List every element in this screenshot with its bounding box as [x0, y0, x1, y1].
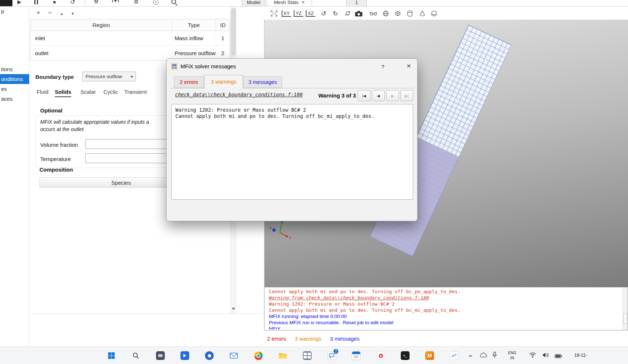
camera-icon[interactable]	[354, 9, 364, 18]
media-app-icon[interactable]	[180, 351, 190, 360]
volume-fraction-label: Volume fraction	[40, 142, 78, 148]
mail-app-icon[interactable]	[229, 351, 239, 360]
dialog-help-button[interactable]: ?	[377, 62, 389, 71]
sidebar-item-surfaces[interactable]: aces	[0, 94, 29, 104]
warning-message-box[interactable]: Warning 1202: Pressure or Mass outflow B…	[171, 104, 413, 200]
pause-icon[interactable]	[31, 0, 41, 7]
solver-messages-dialog: MFiX solver messages ? ✕ 2 errors 3 warn…	[166, 58, 418, 221]
wifi-icon[interactable]	[529, 352, 536, 359]
first-warning-button[interactable]: |◀	[358, 90, 370, 101]
info-icon[interactable]	[151, 0, 160, 7]
console-scrollbar-thumb[interactable]	[624, 314, 627, 324]
triangle-down-icon	[232, 308, 235, 310]
table-row-inlet[interactable]: inlet Mass inflow 1	[31, 31, 230, 46]
x-axis-label: x	[289, 235, 292, 240]
people-app-icon[interactable]	[205, 351, 214, 360]
stop-icon[interactable]: ■	[50, 0, 59, 7]
console-scrollbar-track[interactable]	[623, 287, 628, 330]
solver-console[interactable]: Cannot apply both mi and po to des. Turn…	[264, 287, 628, 330]
tab-solids[interactable]: Solids	[55, 89, 71, 97]
sidebar-item-boundary-conditions[interactable]: onditions	[0, 74, 29, 84]
console-warning-source-link[interactable]: Warning from check_data\\check_boundary_…	[269, 295, 619, 301]
cone-icon[interactable]	[417, 9, 427, 18]
column-header-type[interactable]: Type	[172, 19, 216, 31]
move-up-button[interactable]: ▲	[57, 9, 66, 18]
table-row-outlet[interactable]: outlet Pressure outflow 2	[31, 46, 230, 60]
tab-1[interactable]: 1	[346, 0, 367, 7]
previous-warning-button[interactable]: ◀	[372, 90, 385, 101]
status-messages-count[interactable]: 3 messages	[330, 336, 359, 342]
cube-icon[interactable]	[393, 9, 403, 18]
sidebar-item-conditions[interactable]: tions	[0, 64, 29, 74]
acrobat-icon[interactable]	[376, 351, 385, 360]
chat-app-icon[interactable]: 2	[327, 351, 336, 360]
tune-icon[interactable]	[111, 0, 120, 2]
search-icon[interactable]	[169, 0, 179, 7]
chrome-icon[interactable]	[254, 351, 263, 360]
dialog-close-button[interactable]: ✕	[400, 59, 417, 73]
close-tab-icon[interactable]: ✕	[301, 0, 305, 5]
remove-region-button[interactable]: −	[45, 9, 55, 17]
gear-icon[interactable]: ⚙	[132, 0, 141, 7]
view-xz-button[interactable]: XZ	[305, 9, 316, 18]
disc-icon[interactable]	[429, 9, 439, 18]
tab-mesh-stats[interactable]: Mesh Stats ✕	[267, 0, 312, 7]
calendar-app-icon[interactable]	[351, 351, 361, 360]
boundary-type-select[interactable]: Pressure outflow	[82, 72, 136, 81]
x-axis-arrow	[285, 235, 289, 237]
last-warning-button[interactable]: ▶|	[400, 90, 413, 101]
journal-app-icon[interactable]	[449, 351, 459, 360]
terminal-app-icon[interactable]: >_	[400, 351, 410, 360]
run-play-icon[interactable]: ▶	[15, 0, 24, 7]
cylinder-icon[interactable]	[405, 9, 415, 18]
rotate-right-icon[interactable]: ↻	[330, 9, 340, 18]
battery-icon[interactable]	[555, 353, 562, 360]
column-header-id[interactable]: ID	[216, 19, 230, 31]
view-xy-button[interactable]: XY	[281, 9, 292, 18]
tab-fluid[interactable]: Fluid	[37, 89, 49, 95]
sidebar-item-sources[interactable]: es	[0, 84, 29, 94]
tab-mesh-stats-label: Mesh Stats	[274, 0, 299, 5]
clock-date[interactable]: 18-11-	[574, 353, 587, 358]
task-view-icon[interactable]	[156, 351, 165, 360]
file-explorer-icon[interactable]	[278, 351, 288, 360]
taskbar-search-icon[interactable]	[131, 351, 141, 360]
build-icon[interactable]: ⚒	[91, 0, 101, 7]
start-button-icon[interactable]	[107, 351, 116, 360]
optional-note-line1: MFiX will calculate appropriate values i…	[40, 119, 149, 125]
reset-view-icon[interactable]	[269, 9, 279, 18]
tab-transient[interactable]: Transient	[124, 89, 147, 95]
mesh-wireframe-region	[416, 25, 511, 157]
mfix-app-icon[interactable]: M	[425, 351, 434, 360]
warning-source-link[interactable]: check_data\\check_boundary_conditions.f:…	[175, 92, 303, 97]
tab-scalar[interactable]: Scalar	[80, 89, 96, 95]
visibility-icon[interactable]	[368, 9, 378, 18]
tab-model[interactable]: Model	[242, 0, 265, 7]
tab-cyclic[interactable]: Cyclic	[103, 89, 118, 95]
tab-errors[interactable]: 2 errors	[174, 76, 204, 88]
add-region-button[interactable]: +	[34, 9, 43, 17]
sphere-icon[interactable]	[381, 9, 391, 18]
tab-warnings[interactable]: 3 warnings	[204, 75, 243, 88]
message-status-bar: 2 errors 3 warnings 3 messages	[264, 330, 628, 346]
view-yz-button[interactable]: YZ	[293, 9, 304, 18]
bc-region-table: Region Type ID inlet Mass inflow 1 outle…	[30, 19, 230, 61]
tab-messages[interactable]: 3 messages	[243, 76, 282, 88]
z-axis-label: z	[270, 225, 272, 230]
tray-chevron-up-icon[interactable]	[468, 352, 473, 359]
language-indicator[interactable]: ENG IN	[506, 350, 519, 360]
column-header-region[interactable]: Region	[31, 19, 172, 31]
scroll-down-button[interactable]	[230, 304, 237, 313]
status-warnings-count[interactable]: 3 warnings	[295, 336, 321, 342]
perspective-icon[interactable]	[343, 9, 353, 18]
apps-grid-icon[interactable]	[302, 351, 312, 360]
reset-icon[interactable]: ↺	[68, 0, 77, 7]
onedrive-cloud-icon[interactable]	[479, 352, 487, 359]
status-errors-count[interactable]: 2 errors	[267, 336, 286, 342]
next-warning-button[interactable]: ▶	[386, 90, 399, 101]
microphone-icon[interactable]	[492, 352, 497, 360]
panel-scrollbar-thumb[interactable]	[231, 8, 236, 55]
volume-icon[interactable]	[542, 352, 549, 359]
move-down-button[interactable]: ▼	[68, 9, 77, 18]
rotate-left-icon[interactable]: ↺	[319, 9, 329, 18]
